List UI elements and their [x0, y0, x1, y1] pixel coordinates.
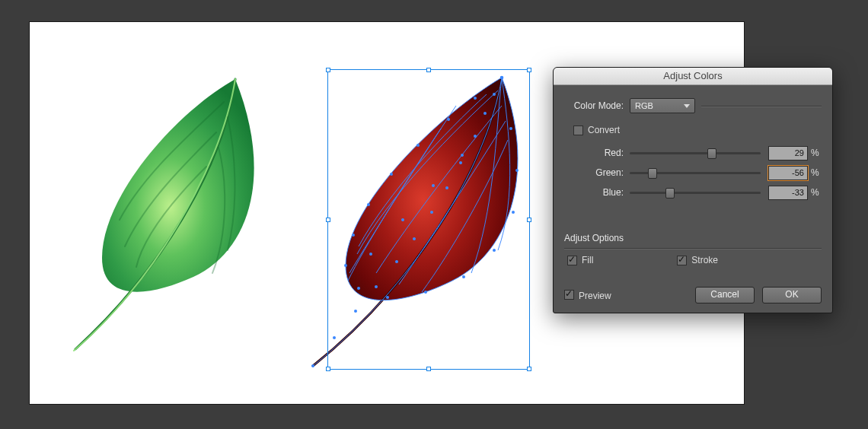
svg-point-24 — [462, 275, 465, 278]
svg-point-31 — [461, 154, 464, 157]
svg-point-26 — [386, 296, 389, 299]
svg-point-18 — [447, 118, 450, 121]
convert-checkbox[interactable] — [573, 126, 583, 135]
fill-checkbox[interactable] — [567, 256, 577, 265]
svg-point-29 — [401, 218, 404, 221]
svg-point-25 — [424, 291, 427, 294]
svg-point-8 — [395, 260, 398, 263]
app-stage: Adjust Colors Color Mode: RGB Convert Re… — [0, 0, 868, 429]
preview-checkbox[interactable] — [564, 290, 574, 300]
svg-point-2 — [483, 112, 487, 115]
svg-point-7 — [413, 237, 416, 240]
stroke-label: Stroke — [691, 255, 718, 265]
svg-point-3 — [474, 135, 477, 138]
chevron-down-icon — [684, 104, 690, 108]
blue-label: Blue: — [564, 187, 630, 198]
red-label: Red: — [564, 148, 630, 158]
svg-point-4 — [459, 161, 462, 164]
svg-point-28 — [369, 253, 372, 256]
percent-label: % — [808, 187, 822, 198]
svg-point-14 — [352, 234, 355, 237]
svg-point-9 — [375, 285, 378, 288]
color-mode-label: Color Mode: — [564, 100, 630, 111]
preview-label: Preview — [579, 291, 611, 301]
svg-point-19 — [474, 97, 477, 100]
red-slider[interactable] — [630, 146, 761, 160]
blue-input[interactable]: -33 — [768, 186, 808, 200]
svg-point-10 — [354, 310, 357, 313]
svg-point-1 — [493, 93, 496, 96]
red-slider-thumb[interactable] — [707, 148, 716, 159]
dialog-body: Color Mode: RGB Convert Red: 29 % — [554, 85, 832, 313]
svg-point-5 — [445, 186, 448, 189]
adjust-options-title: Adjust Options — [564, 233, 822, 243]
svg-point-12 — [311, 364, 314, 367]
divider — [701, 106, 822, 106]
blue-slider-thumb[interactable] — [665, 188, 675, 199]
svg-point-0 — [500, 76, 504, 80]
color-mode-select[interactable]: RGB — [630, 98, 695, 113]
fill-label: Fill — [582, 255, 593, 265]
svg-point-23 — [493, 249, 496, 252]
svg-point-13 — [344, 264, 347, 267]
green-label: Green: — [564, 167, 630, 178]
ok-button[interactable]: OK — [762, 287, 822, 303]
green-slider-thumb[interactable] — [648, 168, 657, 179]
green-slider[interactable] — [630, 166, 761, 180]
svg-point-21 — [515, 169, 519, 172]
percent-label: % — [808, 148, 822, 158]
divider — [564, 248, 822, 249]
svg-point-6 — [430, 211, 433, 214]
dialog-title[interactable]: Adjust Colors — [554, 68, 832, 85]
percent-label: % — [808, 167, 822, 178]
adjust-colors-dialog[interactable]: Adjust Colors Color Mode: RGB Convert Re… — [553, 67, 833, 313]
red-leaf-selected[interactable] — [311, 76, 519, 367]
svg-point-30 — [432, 184, 435, 187]
svg-point-20 — [509, 127, 512, 130]
blue-slider[interactable] — [630, 186, 761, 199]
green-input[interactable]: -56 — [768, 166, 808, 180]
cancel-button[interactable]: Cancel — [695, 287, 755, 303]
svg-point-27 — [357, 287, 360, 290]
svg-point-11 — [333, 336, 336, 339]
svg-point-16 — [390, 173, 393, 176]
convert-label: Convert — [588, 125, 620, 135]
svg-point-22 — [512, 211, 515, 214]
green-leaf — [74, 79, 254, 351]
stroke-checkbox[interactable] — [677, 256, 687, 265]
red-input[interactable]: 29 — [768, 146, 808, 160]
color-mode-value: RGB — [635, 101, 653, 110]
svg-point-17 — [416, 144, 420, 147]
svg-point-15 — [367, 203, 370, 206]
